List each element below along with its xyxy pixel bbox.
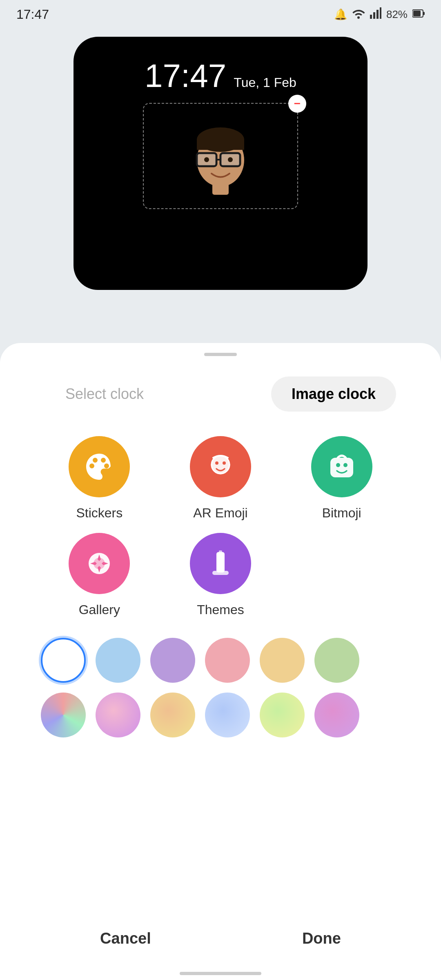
bitmoji-label: Bitmoji (322, 506, 361, 521)
themes-icon-circle (190, 533, 251, 594)
color-row-1 (41, 638, 400, 683)
svg-rect-5 (423, 12, 425, 15)
icon-grid: Stickers AR Emoji Bitmoji Gallery (37, 436, 404, 617)
tab-image-clock[interactable]: Image clock (271, 376, 396, 412)
stickers-icon-circle (69, 436, 130, 497)
color-option-gradient-1[interactable] (41, 693, 86, 737)
themes-label: Themes (197, 602, 244, 617)
svg-point-20 (215, 461, 218, 465)
color-row-2 (41, 693, 400, 737)
color-option-gradient-6[interactable] (314, 693, 359, 737)
color-option-green[interactable] (314, 638, 359, 683)
battery-icon (412, 8, 425, 21)
svg-rect-3 (380, 7, 381, 19)
tab-row: Select clock Image clock (37, 376, 404, 412)
svg-rect-6 (413, 11, 421, 16)
ar-emoji-label: AR Emoji (193, 506, 247, 521)
themes-item[interactable]: Themes (166, 533, 275, 617)
color-option-gradient-3[interactable] (150, 693, 195, 737)
color-option-gradient-2[interactable] (96, 693, 140, 737)
status-icons: 🔔 82% (334, 7, 425, 22)
color-option-gradient-4[interactable] (205, 693, 250, 737)
stickers-label: Stickers (76, 506, 122, 521)
widget-area[interactable]: − (143, 103, 298, 209)
bitmoji-item[interactable]: Bitmoji (287, 436, 396, 521)
cancel-button[interactable]: Cancel (76, 922, 176, 956)
nav-handle (180, 972, 261, 975)
remove-widget-button[interactable]: − (288, 95, 306, 113)
color-option-lavender[interactable] (150, 638, 195, 683)
bottom-buttons: Cancel Done (0, 922, 441, 956)
gallery-icon-circle (69, 533, 130, 594)
svg-rect-30 (219, 550, 222, 554)
svg-rect-23 (330, 458, 353, 477)
color-option-gradient-5[interactable] (260, 693, 305, 737)
gallery-item[interactable]: Gallery (45, 533, 154, 617)
avatar (184, 115, 257, 197)
svg-point-24 (336, 463, 340, 467)
bitmoji-icon-circle (311, 436, 372, 497)
phone-preview: 17:47 Tue, 1 Feb − (74, 37, 368, 290)
color-option-lightblue[interactable] (96, 638, 140, 683)
svg-point-16 (204, 157, 209, 162)
svg-rect-29 (212, 571, 229, 575)
bottom-sheet: Select clock Image clock Stickers AR Emo… (0, 343, 441, 980)
svg-point-17 (228, 157, 233, 162)
svg-rect-10 (197, 140, 244, 150)
svg-point-21 (223, 461, 226, 465)
gallery-label: Gallery (79, 602, 120, 617)
ar-emoji-item[interactable]: AR Emoji (166, 436, 275, 521)
preview-date: Tue, 1 Feb (234, 75, 296, 90)
signal-icon (370, 7, 381, 22)
svg-rect-2 (376, 10, 379, 19)
status-time: 17:47 (16, 7, 49, 22)
wifi-icon (352, 7, 365, 22)
color-option-outline[interactable] (41, 638, 86, 683)
battery-percent: 82% (386, 8, 408, 21)
svg-rect-28 (216, 552, 225, 572)
status-bar: 17:47 🔔 82% (0, 0, 441, 29)
tab-select-clock[interactable]: Select clock (45, 376, 164, 412)
alarm-icon: 🔔 (334, 8, 347, 21)
done-button[interactable]: Done (278, 922, 365, 956)
sheet-handle (204, 353, 237, 356)
svg-point-25 (343, 463, 347, 467)
ar-emoji-icon-circle (190, 436, 251, 497)
color-option-yellow[interactable] (260, 638, 305, 683)
svg-rect-1 (373, 12, 375, 19)
stickers-item[interactable]: Stickers (45, 436, 154, 521)
color-option-pink[interactable] (205, 638, 250, 683)
svg-rect-0 (370, 15, 372, 19)
preview-clock-time: 17:47 (145, 57, 226, 95)
color-section (33, 638, 408, 747)
